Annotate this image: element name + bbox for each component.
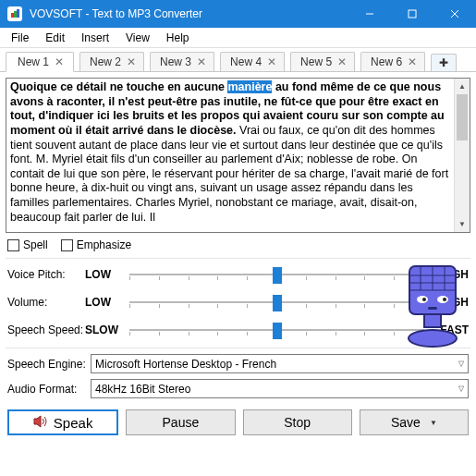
chevron-down-icon: ▽ bbox=[458, 384, 464, 393]
tabbar: New 1✕ New 2✕ New 3✕ New 4✕ New 5✕ New 6… bbox=[0, 48, 476, 72]
titlebar: VOVSOFT - Text to MP3 Converter bbox=[0, 0, 476, 28]
svg-marker-21 bbox=[34, 416, 41, 427]
menu-insert[interactable]: Insert bbox=[74, 30, 116, 46]
save-button[interactable]: Save▼ bbox=[360, 409, 469, 435]
speech-engine-row: Speech Engine: Microsoft Hortense Deskto… bbox=[0, 354, 476, 373]
text-editor-wrap: Quoique ce détail ne touche en aucune ma… bbox=[6, 78, 470, 233]
plus-icon: ✚ bbox=[439, 56, 448, 69]
audio-format-select[interactable]: 48kHz 16Bit Stereo▽ bbox=[91, 379, 469, 398]
svg-rect-2 bbox=[17, 9, 19, 18]
tab-new-2[interactable]: New 2✕ bbox=[79, 52, 144, 71]
close-icon[interactable]: ✕ bbox=[55, 55, 64, 68]
separator bbox=[6, 348, 470, 348]
checkbox-icon bbox=[61, 239, 73, 251]
menu-edit[interactable]: Edit bbox=[38, 30, 72, 46]
menubar: File Edit Insert View Help bbox=[0, 28, 476, 48]
pause-button[interactable]: Pause bbox=[126, 409, 235, 435]
svg-point-17 bbox=[443, 298, 446, 301]
menu-help[interactable]: Help bbox=[159, 30, 197, 46]
close-icon[interactable]: ✕ bbox=[127, 55, 136, 68]
svg-rect-4 bbox=[409, 10, 416, 18]
tab-new-4[interactable]: New 4✕ bbox=[220, 52, 285, 71]
checkbox-row: Spell Emphasize bbox=[0, 238, 476, 255]
button-row: Speak Pause Stop Save▼ bbox=[0, 404, 476, 441]
svg-rect-0 bbox=[11, 13, 14, 18]
checkbox-icon bbox=[7, 239, 19, 251]
separator bbox=[6, 258, 470, 259]
tab-new-5[interactable]: New 5✕ bbox=[290, 52, 355, 71]
tab-new-6[interactable]: New 6✕ bbox=[360, 52, 425, 71]
svg-point-20 bbox=[409, 330, 457, 347]
tab-new-1[interactable]: New 1✕ bbox=[6, 52, 74, 72]
speaker-icon bbox=[33, 415, 48, 431]
volume-slider[interactable] bbox=[129, 293, 424, 311]
speech-engine-select[interactable]: Microsoft Hortense Desktop - French▽ bbox=[91, 354, 469, 373]
app-icon bbox=[7, 6, 22, 21]
microphone-mascot-icon bbox=[397, 262, 469, 348]
chevron-down-icon: ▼ bbox=[430, 419, 437, 427]
menu-file[interactable]: File bbox=[4, 30, 36, 46]
scroll-down-icon[interactable]: ▼ bbox=[455, 216, 470, 232]
scroll-track[interactable] bbox=[455, 94, 470, 216]
svg-point-15 bbox=[422, 298, 426, 301]
text-editor[interactable]: Quoique ce détail ne touche en aucune ma… bbox=[6, 79, 454, 232]
close-icon[interactable]: ✕ bbox=[267, 55, 276, 68]
vertical-scrollbar[interactable]: ▲ ▼ bbox=[454, 79, 470, 232]
menu-view[interactable]: View bbox=[118, 30, 157, 46]
scroll-thumb[interactable] bbox=[457, 94, 468, 140]
close-button[interactable] bbox=[433, 0, 476, 28]
add-tab-button[interactable]: ✚ bbox=[431, 54, 457, 71]
close-icon[interactable]: ✕ bbox=[337, 55, 347, 68]
maximize-button[interactable] bbox=[391, 0, 433, 28]
tab-new-3[interactable]: New 3✕ bbox=[150, 52, 214, 71]
chevron-down-icon: ▽ bbox=[458, 360, 464, 368]
close-icon[interactable]: ✕ bbox=[408, 55, 417, 68]
spell-checkbox[interactable]: Spell bbox=[7, 238, 48, 251]
emphasize-checkbox[interactable]: Emphasize bbox=[61, 238, 131, 251]
selection-highlight: manière bbox=[227, 80, 272, 93]
svg-rect-18 bbox=[428, 307, 437, 310]
stop-button[interactable]: Stop bbox=[243, 409, 352, 435]
minimize-button[interactable] bbox=[348, 0, 391, 28]
speech-speed-slider[interactable] bbox=[129, 321, 424, 339]
speak-button[interactable]: Speak bbox=[7, 409, 118, 435]
audio-format-row: Audio Format: 48kHz 16Bit Stereo▽ bbox=[0, 379, 476, 398]
scroll-up-icon[interactable]: ▲ bbox=[455, 79, 470, 94]
close-icon[interactable]: ✕ bbox=[197, 55, 206, 68]
svg-rect-1 bbox=[14, 11, 17, 18]
slider-controls: Voice Pitch: LOW HIGH Volume: LOW HIGH S… bbox=[0, 264, 476, 340]
window-title: VOVSOFT - Text to MP3 Converter bbox=[30, 7, 348, 20]
voice-pitch-slider[interactable] bbox=[129, 265, 424, 284]
svg-rect-19 bbox=[424, 314, 441, 327]
